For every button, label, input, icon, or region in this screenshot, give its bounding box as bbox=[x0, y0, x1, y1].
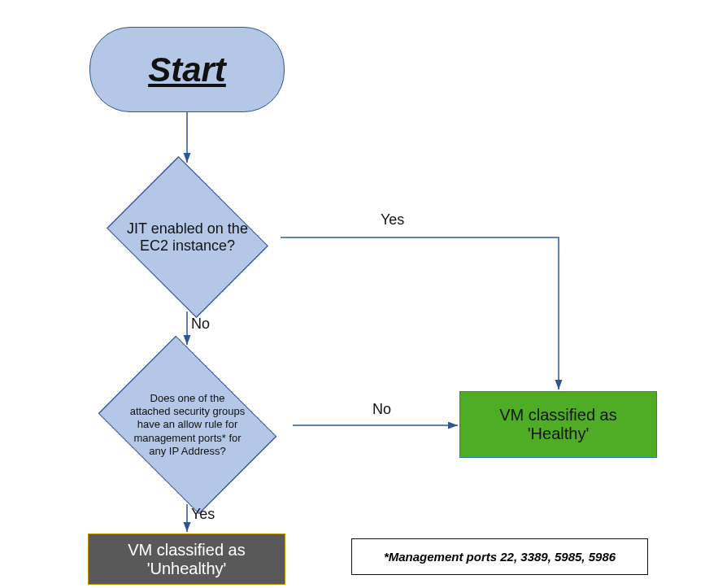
result-line1: VM classified as bbox=[128, 541, 246, 560]
edge-label-yes: Yes bbox=[191, 506, 215, 523]
start-label: Start bbox=[148, 50, 226, 89]
result-line2: 'Unhealthy' bbox=[128, 560, 246, 578]
footnote-box: *Management ports 22, 3389, 5985, 5986 bbox=[351, 538, 648, 575]
decision-security-group: Does one of the attached security groups… bbox=[84, 346, 291, 504]
result-line2: 'Healthy' bbox=[499, 425, 617, 443]
edge-label-yes: Yes bbox=[381, 211, 404, 229]
start-node: Start bbox=[89, 27, 285, 112]
result-line1: VM classified as bbox=[499, 406, 617, 425]
decision-text: Does one of the attached security groups… bbox=[128, 392, 246, 458]
decision-text: JIT enabled on the EC2 instance? bbox=[123, 220, 253, 255]
footnote-text: *Management ports 22, 3389, 5985, 5986 bbox=[384, 550, 616, 564]
edge-label-no: No bbox=[372, 401, 391, 418]
result-unhealthy: VM classified as 'Unhealthy' bbox=[88, 534, 285, 585]
result-healthy: VM classified as 'Healthy' bbox=[459, 391, 657, 458]
edge-label-no: No bbox=[191, 316, 210, 333]
decision-jit-enabled: JIT enabled on the EC2 instance? bbox=[96, 164, 279, 311]
